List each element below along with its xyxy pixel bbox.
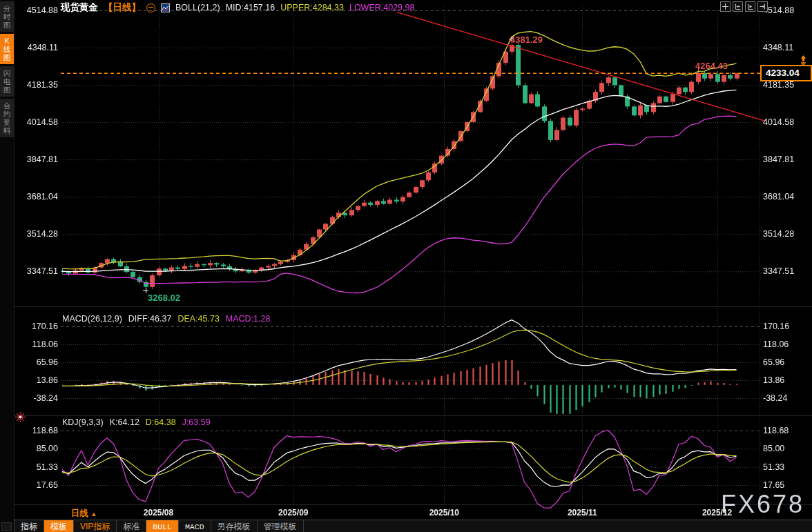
price-alert-arrow-icon[interactable] bbox=[798, 55, 809, 65]
kdj-j-value: J:63.59 bbox=[182, 417, 211, 427]
kdj-axis-label-right: 51.33 bbox=[763, 462, 784, 472]
main-axis-label-left: 4181.35 bbox=[14, 80, 58, 90]
macd-axis-label-left: 118.06 bbox=[14, 339, 58, 349]
symbol-name: 现货黄金 bbox=[61, 1, 98, 14]
macd-axis-label-right: -38.24 bbox=[763, 393, 787, 403]
low-price-annotation: 3268.02 bbox=[148, 293, 180, 303]
main-axis-label-right: 3681.04 bbox=[763, 192, 794, 201]
toolbar-tab-0[interactable]: 指标 bbox=[14, 520, 44, 532]
mini-chart-icon bbox=[161, 3, 170, 12]
main-axis-label-left: 3681.04 bbox=[14, 192, 58, 201]
main-axis-label-right: 4348.11 bbox=[763, 43, 793, 52]
range-left-icon[interactable] bbox=[733, 1, 743, 12]
main-axis-label-right: 3347.51 bbox=[763, 266, 794, 276]
toolbar-tab-6[interactable]: 另存模板 bbox=[211, 520, 258, 532]
date-tick-label: 2025/09 bbox=[278, 508, 308, 518]
boll-label: BOLL(21,2) bbox=[175, 3, 220, 12]
peak-price-annotation: 4381.29 bbox=[510, 35, 543, 45]
boll-upper-value: UPPER:4284.33 bbox=[280, 3, 344, 12]
main-axis-label-left: 4348.11 bbox=[14, 43, 58, 52]
main-axis-label-left: 4514.88 bbox=[14, 6, 58, 15]
collapse-circle-icon[interactable] bbox=[146, 3, 155, 12]
toolbar-tab-5[interactable]: MACD bbox=[179, 520, 211, 532]
kdj-axis-label-left: 85.00 bbox=[14, 444, 58, 453]
kdj-d-value: D:64.38 bbox=[146, 417, 176, 427]
kdj-axis-label-left: 118.68 bbox=[14, 426, 58, 435]
kdj-panel-title: KDJ(9,3,3) K:64.12 D:64.38 J:63.59 bbox=[62, 417, 211, 427]
sidebar-corner-box[interactable] bbox=[1, 522, 12, 531]
range-right-icon[interactable] bbox=[745, 1, 755, 12]
macd-axis-label-left: -38.24 bbox=[14, 393, 58, 403]
main-axis-label-left: 4014.58 bbox=[14, 117, 58, 127]
macd-axis-label-right: 65.96 bbox=[763, 357, 784, 367]
period-selector[interactable]: 日线 ▲ bbox=[71, 508, 97, 520]
main-axis-label-right: 4181.35 bbox=[763, 80, 794, 90]
period-badge: 【日线】 bbox=[104, 1, 141, 14]
kdj-axis-label-left: 51.33 bbox=[14, 462, 58, 472]
bottom-toolbar: 指标模板VIP指标标准BULLMACD另存模板管理模板 bbox=[14, 520, 812, 532]
boll-mid-value: MID:4157.16 bbox=[226, 3, 276, 12]
sidebar-tab-0[interactable]: 分时图 bbox=[0, 1, 14, 32]
main-axis-label-right: 3847.81 bbox=[763, 155, 794, 164]
macd-axis-label-right: 170.16 bbox=[763, 322, 789, 331]
macd-axis-label-left: 65.96 bbox=[14, 357, 58, 367]
app: 分时图K线图闪电图合约资料 现货黄金 【日线】 BOLL(21,2) MID:4… bbox=[0, 0, 812, 532]
macd-diff-value: DIFF:46.37 bbox=[128, 314, 172, 324]
main-axis-label-right: 3514.28 bbox=[763, 229, 794, 239]
chevron-up-icon: ▲ bbox=[90, 511, 97, 518]
live-indicator-icon bbox=[14, 411, 26, 423]
toolbar-tab-3[interactable]: 标准 bbox=[117, 520, 146, 532]
recent-high-annotation: 4264.43 bbox=[695, 61, 728, 71]
macd-axis-label-left: 170.16 bbox=[14, 322, 58, 331]
toolbar-tab-1[interactable]: 模板 bbox=[44, 520, 74, 532]
chart-header: 现货黄金 【日线】 BOLL(21,2) MID:4157.16 UPPER:4… bbox=[61, 2, 414, 13]
chart-toolbox bbox=[720, 1, 768, 12]
date-tick-label: 2025/11 bbox=[568, 508, 597, 518]
current-price-tag: 4233.04 bbox=[760, 65, 812, 81]
macd-title-text: MACD(26,12,9) bbox=[62, 314, 122, 324]
main-axis-label-right: 4014.58 bbox=[763, 117, 794, 127]
main-axis-label-left: 3347.51 bbox=[14, 266, 58, 276]
date-tick-label: 2025/10 bbox=[429, 508, 459, 518]
crosshair-icon[interactable] bbox=[720, 1, 731, 12]
kdj-axis-label-left: 17.65 bbox=[14, 480, 58, 490]
macd-axis-label-right: 118.06 bbox=[763, 339, 789, 349]
macd-panel-title: MACD(26,12,9) DIFF:46.37 DEA:45.73 MACD:… bbox=[62, 314, 270, 324]
kdj-axis-label-right: 118.68 bbox=[763, 426, 789, 435]
kdj-axis-label-right: 17.65 bbox=[763, 480, 784, 490]
main-axis-label-left: 3514.28 bbox=[14, 229, 58, 239]
sidebar: 分时图K线图闪电图合约资料 bbox=[0, 0, 14, 532]
macd-axis-label-left: 13.86 bbox=[14, 375, 58, 385]
sidebar-tab-2[interactable]: 闪电图 bbox=[0, 66, 14, 97]
kdj-axis-label-right: 85.00 bbox=[763, 444, 784, 453]
macd-axis-label-right: 13.86 bbox=[763, 375, 784, 385]
date-tick-label: 2025/08 bbox=[144, 508, 173, 518]
jump-latest-icon[interactable] bbox=[757, 1, 768, 12]
toolbar-tab-2[interactable]: VIP指标 bbox=[74, 520, 117, 532]
macd-dea-value: DEA:45.73 bbox=[177, 314, 219, 324]
kdj-title-text: KDJ(9,3,3) bbox=[62, 417, 104, 427]
date-tick-label: 2025/12 bbox=[702, 508, 732, 518]
main-axis-label-left: 3847.81 bbox=[14, 155, 58, 164]
toolbar-tab-7[interactable]: 管理模板 bbox=[258, 520, 304, 532]
chart-canvas[interactable] bbox=[0, 0, 812, 532]
boll-lower-value: LOWER:4029.98 bbox=[349, 3, 415, 12]
sidebar-tab-3[interactable]: 合约资料 bbox=[0, 99, 14, 137]
macd-hist-value: MACD:1.28 bbox=[226, 314, 271, 324]
sidebar-tab-1[interactable]: K线图 bbox=[0, 34, 14, 64]
brand-watermark: FX678 bbox=[721, 490, 804, 519]
kdj-k-value: K:64.12 bbox=[110, 417, 139, 427]
toolbar-tab-4[interactable]: BULL bbox=[146, 520, 179, 532]
